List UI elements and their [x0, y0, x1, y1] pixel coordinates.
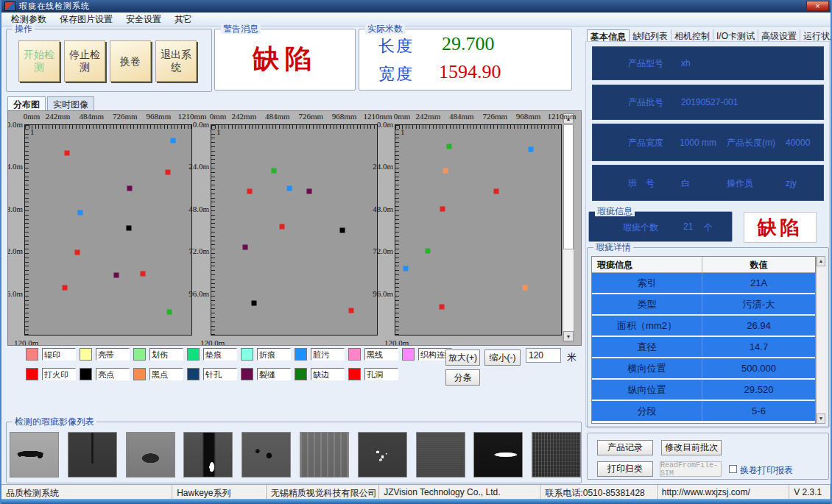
x-axis-label: 726mm	[113, 112, 138, 121]
zoom-in-button[interactable]: 放大(+)	[445, 349, 480, 366]
defect-point[interactable]	[171, 138, 176, 143]
x-axis-label: 968mm	[147, 112, 172, 121]
table-scroll-down-icon[interactable]: ▼	[817, 414, 825, 424]
menu-other[interactable]: 其它	[168, 13, 199, 26]
defect-thumbnail[interactable]	[242, 432, 291, 478]
tab-advanced-settings[interactable]: 高级设置	[758, 29, 800, 42]
legend-label: 划伤	[149, 348, 183, 361]
defect-point[interactable]	[529, 147, 534, 152]
defect-point[interactable]	[306, 189, 311, 194]
defect-point[interactable]	[523, 285, 528, 290]
defect-point[interactable]	[280, 224, 285, 229]
defect-point[interactable]	[403, 266, 408, 271]
defect-point[interactable]	[75, 250, 80, 255]
defect-point[interactable]	[446, 143, 451, 149]
defect-point[interactable]	[62, 285, 67, 290]
defect-point[interactable]	[440, 207, 445, 212]
detail-row-value: 5-6	[702, 401, 815, 421]
defect-thumbnail[interactable]	[416, 432, 465, 478]
plot-scrollbar[interactable]: ▲ ▼	[563, 113, 574, 342]
stop-detection-button[interactable]: 停止检测	[64, 40, 105, 82]
defect-thumbnail[interactable]	[183, 432, 233, 478]
defect-image-list-group: 检测的瑕疵影像列表	[6, 422, 582, 483]
defect-detail-row[interactable]: 面积（mm2）26.94	[592, 316, 815, 337]
stop-detection-button-label: 停止检测	[65, 49, 105, 74]
meters-input[interactable]	[526, 348, 561, 363]
defect-point[interactable]	[272, 168, 277, 173]
print-classify-button[interactable]: 打印归类	[597, 461, 653, 477]
table-scrollbar[interactable]: ▲ ▼	[816, 256, 825, 424]
y-axis-label: 48.0m	[181, 205, 209, 213]
y-axis-ticks	[211, 125, 215, 335]
defect-point[interactable]	[339, 227, 345, 233]
defect-point[interactable]	[167, 310, 172, 315]
table-scroll-up-icon[interactable]: ▲	[817, 256, 825, 266]
defect-point[interactable]	[78, 210, 83, 215]
defect-point[interactable]	[64, 151, 69, 156]
close-button[interactable]: ×	[806, 1, 829, 11]
defect-thumbnail[interactable]	[532, 432, 581, 478]
defect-thumbnail[interactable]	[473, 432, 523, 478]
length-value: 29.700	[442, 33, 495, 55]
scrollbar-thumb[interactable]	[563, 124, 574, 249]
defect-thumbnail[interactable]	[300, 432, 349, 478]
modify-current-batch-button[interactable]: 修改目前批次	[661, 440, 722, 455]
shift-operator-row: 班 号 白 操作员 zjy	[592, 165, 824, 201]
defect-thumbnail[interactable]	[358, 432, 407, 478]
defect-point[interactable]	[349, 308, 354, 313]
defect-thumbnail[interactable]	[68, 432, 117, 478]
start-detection-button[interactable]: 开始检测	[18, 40, 60, 82]
defect-detail-row[interactable]: 索引21A	[592, 273, 815, 294]
defect-point[interactable]	[443, 168, 448, 173]
scatter-panel-3: 1	[395, 124, 562, 336]
defect-point[interactable]	[166, 170, 171, 175]
actions-group: 产品记录 修改目前批次 打印归类 ReadFromFile-SIM 换卷打印报表	[587, 433, 829, 480]
title-bar[interactable]: 瑕疵在线检测系统 ×	[1, 0, 831, 13]
print-on-roll-change-checkbox[interactable]	[729, 465, 737, 473]
defect-point[interactable]	[140, 271, 145, 276]
tab-realtime-image[interactable]: 实时图像	[47, 96, 94, 110]
defect-detail-row[interactable]: 纵向位置29.520	[592, 380, 815, 401]
defect-point[interactable]	[127, 185, 132, 191]
defect-point[interactable]	[251, 301, 256, 306]
tab-io-card-test[interactable]: I/O卡测试	[713, 29, 758, 42]
y-axis-label: 48.0m	[7, 205, 23, 213]
legend-swatch	[80, 368, 92, 380]
scatter-panel-1: 1	[24, 124, 192, 336]
defect-point[interactable]	[440, 305, 445, 310]
zoom-out-button[interactable]: 缩小(-)	[484, 349, 521, 366]
change-roll-button[interactable]: 换卷	[110, 40, 151, 82]
defect-point[interactable]	[493, 189, 498, 194]
tab-defect-list[interactable]: 缺陷列表	[630, 29, 671, 42]
defect-detail-row[interactable]: 直径14.7	[592, 337, 815, 358]
legend-label: 折痕	[257, 348, 291, 361]
tab-basic-info[interactable]: 基本信息	[587, 29, 630, 42]
tab-running-status[interactable]: 运行状态信息	[800, 29, 832, 42]
x-axis-label: 968mm	[516, 112, 541, 121]
defect-detail-row[interactable]: 类型污渍-大	[592, 294, 815, 316]
menu-save-image-settings[interactable]: 保存图片设置	[53, 13, 119, 26]
product-record-button[interactable]: 产品记录	[597, 440, 653, 455]
defect-thumbnail[interactable]	[126, 432, 175, 478]
y-axis-label: 0.0m	[181, 120, 209, 129]
y-axis-label: 120.0m	[14, 338, 38, 346]
defect-point[interactable]	[242, 245, 247, 250]
defect-detail-row[interactable]: 横向位置500.000	[592, 358, 815, 380]
print-on-roll-change-label[interactable]: 换卷打印报表	[740, 464, 793, 477]
scroll-down-icon[interactable]: ▼	[563, 331, 574, 341]
split-button[interactable]: 分条	[445, 369, 480, 386]
tab-distribution-map[interactable]: 分布图	[7, 96, 46, 110]
defect-thumbnail[interactable]	[10, 432, 59, 478]
menu-security-settings[interactable]: 安全设置	[119, 13, 168, 26]
product-batch-value: 20190527-001	[681, 97, 738, 107]
defect-point[interactable]	[425, 249, 430, 254]
tab-camera-control[interactable]: 相机控制	[671, 29, 713, 42]
defect-detail-row[interactable]: 分段5-6	[592, 401, 815, 422]
exit-system-button[interactable]: 退出系统	[155, 40, 197, 82]
scatter-panel-2: 1	[211, 124, 378, 336]
defect-detail-group: 瑕疵详情 瑕疵信息 数值 索引21A类型污渍-大面积（mm2）26.94直径14…	[587, 247, 829, 428]
defect-point[interactable]	[113, 273, 119, 278]
defect-point[interactable]	[126, 226, 131, 231]
defect-point[interactable]	[286, 185, 292, 191]
defect-point[interactable]	[247, 189, 253, 194]
